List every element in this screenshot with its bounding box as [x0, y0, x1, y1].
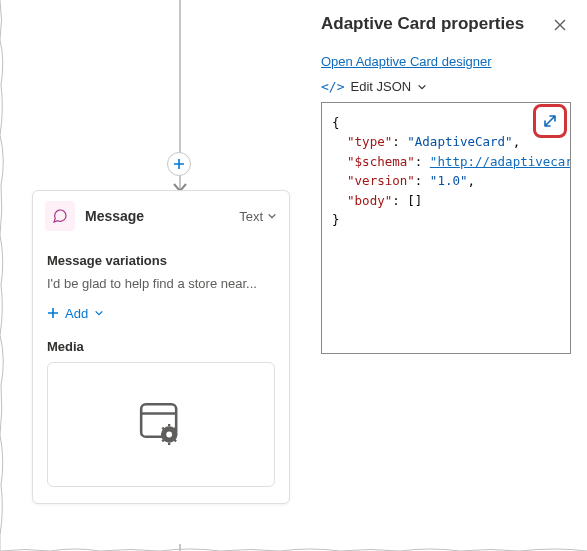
chevron-down-icon [417, 82, 427, 92]
add-variation-button[interactable]: Add [47, 306, 104, 321]
media-label: Media [47, 339, 275, 354]
svg-point-2 [166, 432, 172, 438]
flow-canvas: Message Text Message variations I'd be g… [0, 0, 300, 551]
properties-panel: Adaptive Card properties Open Adaptive C… [305, 0, 587, 551]
close-button[interactable] [549, 14, 571, 36]
message-node-header: Message Text [33, 191, 289, 241]
plus-icon [47, 307, 59, 319]
message-icon [45, 201, 75, 231]
json-editor[interactable]: { "type": "AdaptiveCard", "$schema": "ht… [321, 102, 571, 354]
variation-preview[interactable]: I'd be glad to help find a store near... [47, 276, 275, 291]
plus-icon [173, 158, 185, 170]
media-placeholder[interactable] [47, 362, 275, 487]
media-settings-icon [133, 396, 189, 452]
chevron-down-icon [267, 211, 277, 221]
add-variation-label: Add [65, 306, 88, 321]
expand-editor-button[interactable] [533, 104, 567, 138]
message-node[interactable]: Message Text Message variations I'd be g… [32, 190, 290, 504]
edit-json-toggle[interactable]: </> Edit JSON [321, 79, 571, 94]
close-icon [553, 18, 567, 32]
open-designer-link[interactable]: Open Adaptive Card designer [321, 54, 492, 69]
expand-icon [542, 113, 558, 129]
code-icon: </> [321, 79, 344, 94]
message-type-dropdown[interactable]: Text [239, 209, 277, 224]
flow-connector [179, 544, 181, 551]
message-node-title: Message [85, 208, 239, 224]
message-type-label: Text [239, 209, 263, 224]
chevron-down-icon [94, 308, 104, 318]
message-node-body: Message variations I'd be glad to help f… [33, 241, 289, 503]
add-node-button[interactable] [167, 152, 191, 176]
edit-json-label: Edit JSON [350, 79, 411, 94]
variations-label: Message variations [47, 253, 275, 268]
panel-title: Adaptive Card properties [321, 14, 571, 34]
